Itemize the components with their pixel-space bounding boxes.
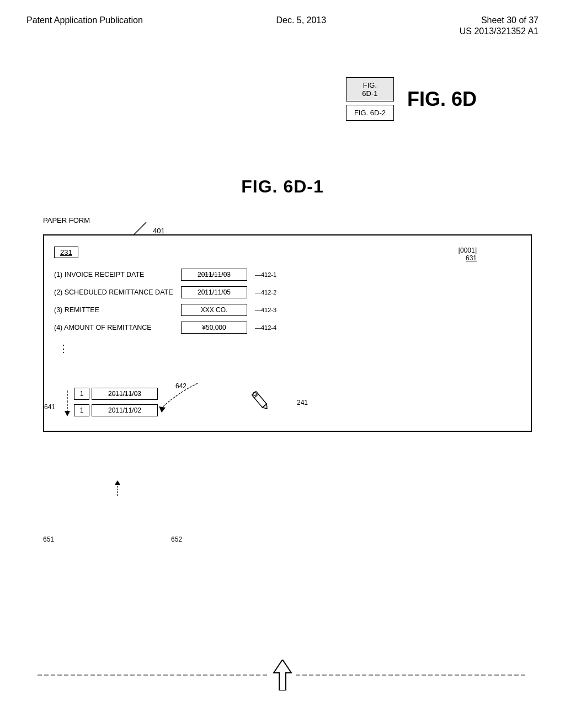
ref-641-label: 641 (44, 403, 55, 411)
row2-label: (2) SCHEDULED REMITTANCE DATE (54, 288, 181, 296)
svg-marker-12 (274, 660, 291, 690)
fig-box-6d1: FIG.6D-1 (346, 77, 394, 101)
dashed-bottom-area (0, 660, 565, 690)
row1-label: (1) INVOICE RECEIPT DATE (54, 271, 181, 279)
dashed-left-line (38, 670, 269, 681)
header-patent: US 2013/321352 A1 (460, 26, 539, 36)
arrow-642-icon (131, 378, 231, 422)
pencil-icon (247, 388, 275, 417)
row2-value: 2011/11/05 (181, 286, 247, 298)
ref-631: 631 (466, 254, 477, 262)
ref-0001: [0001] (459, 247, 477, 254)
row2-ref: —412-2 (255, 289, 276, 296)
form-row-3: (3) REMITTEE XXX CO. —412-3 (54, 304, 521, 316)
svg-marker-4 (159, 406, 166, 413)
svg-marker-10 (115, 480, 120, 485)
ref-241-label: 241 (297, 399, 308, 406)
header-center-date: Dec. 5, 2013 (276, 15, 326, 25)
edit-row-pointer-icon (109, 480, 126, 497)
row3-ref: —412-3 (255, 307, 276, 313)
ref-401-label: 401 (153, 227, 165, 235)
dots-section: ⋮ (54, 342, 521, 355)
row4-ref: —412-4 (255, 324, 276, 331)
header-sheet: Sheet 30 of 37 (481, 15, 539, 25)
fig-6d1-title: FIG. 6D-1 (241, 176, 323, 197)
row4-value: ¥50,000 (181, 322, 247, 334)
edit-section: 641 642 241 (54, 388, 521, 416)
header-left-text: Patent Application Publication (26, 15, 143, 25)
row3-value: XXX CO. (181, 304, 247, 316)
fig-boxes: FIG.6D-1 FIG. 6D-2 (346, 77, 394, 121)
up-arrow-icon (271, 660, 294, 690)
page-header: Patent Application Publication Dec. 5, 2… (0, 0, 565, 36)
form-row-2: (2) SCHEDULED REMITTANCE DATE 2011/11/05… (54, 286, 521, 298)
ref-652-label: 652 (171, 534, 182, 544)
dashed-right-line (296, 670, 527, 681)
form-row-1: (1) INVOICE RECEIPT DATE 2011/11/03 —412… (54, 269, 521, 281)
ref-231: 231 (54, 247, 78, 258)
row1-value: 2011/11/03 (181, 269, 247, 281)
ref-651-label: 651 (43, 534, 54, 544)
svg-point-8 (252, 392, 257, 396)
form-row-4: (4) AMOUNT OF REMITTANCE ¥50,000 —412-4 (54, 322, 521, 334)
svg-marker-3 (65, 411, 70, 416)
fig-box-6d2: FIG. 6D-2 (346, 105, 394, 121)
svg-marker-6 (263, 404, 269, 410)
svg-rect-5 (252, 391, 266, 407)
arrow-641-icon (56, 388, 111, 421)
fig-main-label: FIG. 6D (407, 88, 477, 111)
row1-ref: —412-1 (255, 271, 276, 278)
row4-label: (4) AMOUNT OF REMITTANCE (54, 324, 181, 331)
fig-layout-area: FIG.6D-1 FIG. 6D-2 FIG. 6D (346, 77, 477, 121)
fig-box-6d2-label: FIG. 6D-2 (354, 109, 386, 117)
paper-form-label: PAPER FORM (43, 216, 90, 224)
dots-symbol: ⋮ (58, 342, 70, 355)
main-form-box: 231 [0001] 631 (1) INVOICE RECEIPT DATE … (43, 234, 532, 432)
fig-box-6d1-label: FIG.6D-1 (362, 81, 377, 98)
row3-label: (3) REMITTEE (54, 306, 181, 314)
